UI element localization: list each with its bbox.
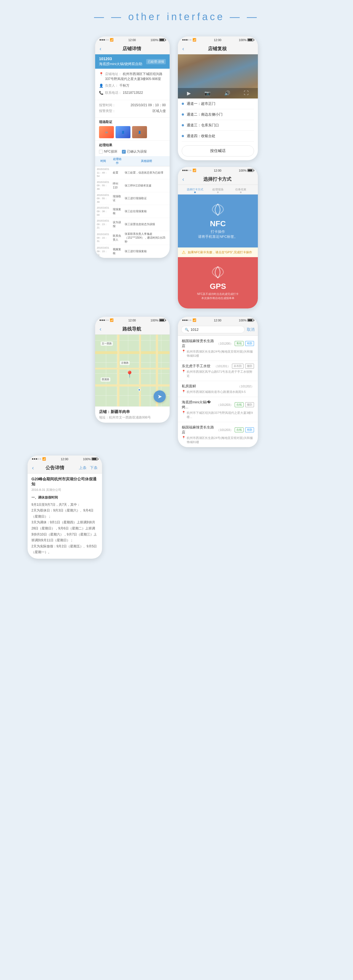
phone-checkin: 📶 12:00 100% ‹ 选择打卡方式 选择打卡方式 处理现场 任务结束 (178, 167, 258, 309)
channel-dot-1 (182, 103, 184, 105)
result-name-3: 海底捞mini火锅/�烤... (182, 400, 215, 410)
evidence-photo-2: 👤 (116, 126, 130, 138)
channel-dot-4 (182, 135, 184, 137)
search-icon: 🔍 (185, 328, 189, 332)
nav-bar-3: ‹ 选择打卡方式 (178, 174, 258, 185)
log-table: 时间 处理动作 其他说明 2015/10/21 11：49：54处置张三处置，信… (95, 156, 170, 258)
nfc-signal (183, 203, 252, 216)
result-addr-3: 📍杭州市下城区绍兴路337号野风现代之星大厦3楼9楼... (182, 411, 254, 419)
channel-4[interactable]: 通道四：收银台处 (182, 131, 254, 142)
back-btn-3[interactable]: ‹ (182, 176, 184, 182)
log-cell-2: 张三进行现场取证 (123, 192, 170, 205)
phone-notice: 📶 12:00 100% ‹ 公告详情 上条 下条 G20峰会期间杭州市滨湖分公… (27, 455, 102, 559)
back-btn-2[interactable]: ‹ (182, 46, 184, 52)
log-cell-0: 2015/10/21 09：23：21 (95, 218, 111, 231)
gps-panel[interactable]: GPS NFC及不成功时点击此虚完成打卡本次操作将自动生成报单单 (178, 257, 258, 309)
log-row: 2015/10/21 09：23：21设为误报张三设置信息状态为误报 (95, 218, 170, 231)
battery-percent-5: 100% (151, 319, 158, 322)
channel-list: 通道一：超市正门 通道二：南边左侧小门 通道三：仓库东门口 通道四：收银台处 (178, 99, 258, 142)
search-bar: 🔍 1012 取消 (178, 324, 258, 336)
result-addr-1: 📍杭州市西湖区凤平山路571号东北虎子手工水饺附近 (182, 370, 254, 378)
status-bar-3: 📶 12:00 100% (178, 167, 258, 174)
log-cell-2: 张三设置信息状态为误报 (123, 218, 170, 231)
back-btn-5[interactable]: ‹ (100, 326, 102, 332)
channel-1[interactable]: 通道一：超市正门 (182, 99, 254, 109)
nfc-panel[interactable]: NFC 打卡操作请将手机靠近NFC标签。 (178, 194, 258, 248)
status-bar-5: 📶 12:00 100% (95, 317, 170, 324)
alert-id: 101203 (99, 57, 142, 61)
notice-p1: 9月1日至9月7日，共7天，其中： (32, 502, 98, 508)
log-row: 2015/10/21 09：55：39呼叫110张三呼叫110请求支援 (95, 179, 170, 192)
log-row: 2015/10/21 09：15：31联系负责人张某联系负责人李逸超（151**… (95, 231, 170, 245)
result-addr-4: 📍杭州市西湖区长生路24号(梅地亚宾馆对面)兴和服饰城81楼 (182, 436, 254, 444)
wifi-icon-6: 📶 (42, 457, 46, 461)
nav-bar-1: ‹ 店铺详情 (95, 43, 170, 54)
battery-percent-1: 100% (151, 38, 158, 42)
status-bar-2: 📶 12:00 100% (178, 37, 258, 43)
result-section: 处理结果 NFC损坏 ✓ 已确认为误报 (95, 140, 170, 156)
log-cell-1: 联系负责人 (111, 231, 123, 245)
phone-store-detail: 📶 12:00 100% ‹ 店铺详情 101203 海底捞mini火锅/烧烤双… (95, 37, 170, 258)
search-result-0[interactable]: 杨国福麻辣烫长生路店（101200）青线布防📍杭州市西湖区长生路24号(梅地亚宾… (178, 336, 258, 361)
call-button[interactable]: 按住喊话 (182, 145, 254, 156)
log-cell-0: 2015/10/21 09：55：39 (95, 179, 111, 192)
title-dash-right: — (247, 11, 259, 22)
checkbox-confirm[interactable]: ✓ 已确认为误报 (122, 149, 147, 154)
volume-icon[interactable]: 🔊 (224, 90, 230, 96)
channel-2[interactable]: 通道二：南边左侧小门 (182, 109, 254, 120)
next-btn[interactable]: 下条 (90, 465, 98, 471)
navigate-btn[interactable]: ➤ (154, 390, 166, 402)
title-dash-left: — (94, 11, 111, 22)
channel-dot-2 (182, 113, 184, 116)
th-action: 处理动作 (111, 156, 123, 166)
nav-title-5: 路线导航 (104, 326, 160, 332)
battery-percent-2: 100% (239, 38, 246, 42)
back-btn-1[interactable]: ‹ (100, 46, 102, 52)
notice-subtitle-1: 一、调休放假时间 (32, 495, 98, 501)
cancel-btn[interactable]: 取消 (247, 327, 254, 332)
addr-pin-4: 📍 (182, 436, 186, 439)
result-id-1: （101201） (214, 364, 230, 368)
search-result-1[interactable]: 东北虎子手工水饺（101201）未布防撤防📍杭州市西湖区凤平山路571号东北虎子… (178, 361, 258, 381)
search-result-2[interactable]: 私房面鲜（101202）📍杭州市西湖区城厢街道市心路潘清水南苑9-5 (178, 381, 258, 397)
checkbox-confirm-box[interactable]: ✓ (122, 150, 126, 154)
search-result-3[interactable]: 海底捞mini火锅/�烤...（101203）在线撤防📍杭州市下城区绍兴路337… (178, 397, 258, 422)
log-cell-1: 呼叫110 (111, 179, 123, 192)
log-row: 2015/10/21 09：15：11视频复核张三进行现场复核 (95, 245, 170, 258)
log-cell-0: 2015/10/21 09：15：31 (95, 231, 111, 245)
wifi-icon-4: 📶 (192, 318, 196, 322)
search-value: 1012 (191, 328, 199, 332)
result-name-1: 东北虎子手工水饺 (182, 364, 212, 369)
prev-btn[interactable]: 上条 (79, 465, 87, 471)
back-btn-6[interactable]: ‹ (32, 465, 34, 471)
nav-bar-6: ‹ 公告详情 上条 下条 (27, 462, 102, 473)
evidence-section: 现场取证 🏔 👤 👤 (95, 118, 170, 140)
map-pin: 📍 (126, 371, 134, 378)
camera-icon[interactable]: 📷 (204, 90, 210, 96)
search-result-4[interactable]: 杨国福麻辣烫长生路店（101203）在线布防📍杭州市西湖区长生路24号(梅地亚宾… (178, 422, 258, 447)
checkbox-nfc-box[interactable] (99, 150, 103, 154)
log-row: 2015/10/21 09：38：00现场复核张三赴往现场复核 (95, 205, 170, 218)
checkbox-nfc[interactable]: NFC损坏 (99, 149, 118, 154)
search-results: 杨国福麻辣烫长生路店（101200）青线布防📍杭州市西湖区长生路24号(梅地亚宾… (178, 336, 258, 447)
store-info-bottom: 店铺：新疆羊肉串 地址：杭州市文一西路双浦路998号 (95, 406, 170, 423)
battery-percent-3: 100% (239, 169, 246, 172)
battery-percent-4: 100% (239, 319, 246, 322)
play-icon[interactable]: ▶ (187, 90, 191, 96)
nfc-sublabel: 打卡操作请将手机靠近NFC标签。 (183, 229, 252, 239)
store-image: ▶ 📷 🔊 ⛶ (178, 54, 258, 99)
log-cell-0: 2015/10/21 09：38：00 (95, 205, 111, 218)
time-3: 12:00 (214, 169, 221, 172)
status-bar-6: 📶 12:00 100% (27, 455, 102, 462)
status-bar-4: 📶 12:00 100% (178, 317, 258, 324)
log-cell-1: 设为误报 (111, 218, 123, 231)
result-name-0: 杨国福麻辣烫长生路店 (182, 339, 215, 348)
search-input[interactable]: 🔍 1012 (181, 326, 245, 333)
fullscreen-icon[interactable]: ⛶ (244, 90, 249, 96)
result-tag-3-0: 在线 (235, 402, 243, 407)
channel-3[interactable]: 通道三：仓库东门口 (182, 120, 254, 131)
notice-title: G20峰会期间杭州市滨湖分公司休假通知 (32, 477, 98, 487)
log-cell-2: 张三处置，信息状态变为已处理 (123, 166, 170, 179)
log-cell-1: 现场复核 (111, 205, 123, 218)
addr-pin-0: 📍 (182, 350, 186, 353)
